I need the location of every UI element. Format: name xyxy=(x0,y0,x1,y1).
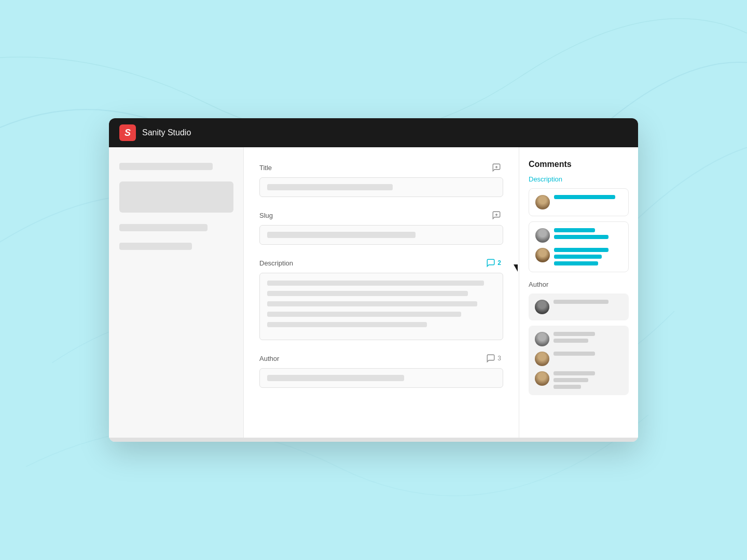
author-comment-card-2 xyxy=(529,326,629,395)
sidebar-skeleton-3 xyxy=(119,224,208,231)
comment-lines-author-4 xyxy=(554,371,622,389)
title-field-header: Title xyxy=(259,162,503,173)
comment-entry-1 xyxy=(535,195,622,209)
comment-line xyxy=(554,332,595,336)
comment-line xyxy=(554,228,595,232)
sidebar-skeleton-4 xyxy=(119,243,192,250)
slug-field-group: Slug xyxy=(259,209,503,245)
description-label: Description xyxy=(259,259,293,267)
comment-line xyxy=(554,339,588,343)
description-comment-card-2 xyxy=(529,221,629,272)
comment-icon-description xyxy=(486,258,495,268)
slug-field-header: Slug xyxy=(259,209,503,221)
comment-lines-2 xyxy=(554,228,622,239)
slug-add-comment-button[interactable] xyxy=(490,209,503,221)
comment-icon-author xyxy=(486,354,495,363)
comment-lines-author-3 xyxy=(554,352,622,356)
description-comment-card-1 xyxy=(529,188,629,216)
description-input[interactable] xyxy=(259,273,503,340)
form-panel: Title Slug xyxy=(244,147,519,438)
author-comment-button[interactable]: 3 xyxy=(484,353,503,364)
comment-entry-author-2 xyxy=(535,332,622,346)
sidebar-skeleton-2 xyxy=(119,181,233,213)
description-comment-section-label: Description xyxy=(529,175,629,183)
slug-label: Slug xyxy=(259,212,273,219)
avatar-3 xyxy=(535,248,550,262)
titlebar: S Sanity Studio xyxy=(109,118,638,147)
author-comment-section-label: Author xyxy=(529,281,629,288)
app-window: S Sanity Studio Title xyxy=(109,118,638,442)
sidebar-skeleton-1 xyxy=(119,163,213,170)
comment-line xyxy=(554,235,608,239)
comment-entry-author-4 xyxy=(535,371,622,389)
author-field-group: Author 3 xyxy=(259,353,503,388)
description-comment-count: 2 xyxy=(497,259,501,267)
slug-input[interactable] xyxy=(259,225,503,245)
app-title: Sanity Studio xyxy=(142,128,191,137)
author-input[interactable] xyxy=(259,368,503,388)
mouse-cursor xyxy=(514,264,518,272)
comment-lines-author-2 xyxy=(554,332,622,343)
comment-plus-icon xyxy=(492,163,501,172)
title-field-group: Title xyxy=(259,162,503,197)
comment-line xyxy=(554,261,598,265)
description-field-header: Description 2 xyxy=(259,257,503,269)
comment-line xyxy=(554,371,595,375)
title-label: Title xyxy=(259,164,272,172)
avatar-author-4 xyxy=(535,371,549,386)
comment-line xyxy=(554,352,595,356)
avatar-author-1 xyxy=(535,300,549,314)
app-logo: S xyxy=(119,124,136,141)
comment-line xyxy=(554,255,602,259)
author-comment-card-1 xyxy=(529,293,629,320)
avatar-author-3 xyxy=(535,352,549,366)
comment-line xyxy=(554,195,615,199)
comment-line xyxy=(554,300,608,304)
comment-line xyxy=(554,385,581,389)
comment-plus-icon-slug xyxy=(492,211,501,220)
author-comment-count: 3 xyxy=(497,355,501,362)
author-field-header: Author 3 xyxy=(259,353,503,364)
title-input[interactable] xyxy=(259,177,503,197)
comment-lines-1 xyxy=(554,195,622,199)
window-bottom-bar xyxy=(109,438,638,442)
author-label: Author xyxy=(259,355,279,362)
sidebar xyxy=(109,147,244,438)
comment-line xyxy=(554,378,588,382)
avatar-2 xyxy=(535,228,550,243)
comments-panel: Comments Description xyxy=(519,147,638,438)
title-add-comment-button[interactable] xyxy=(490,162,503,173)
comment-line xyxy=(554,248,608,252)
comment-entry-author-3 xyxy=(535,352,622,366)
comments-panel-title: Comments xyxy=(529,160,629,169)
avatar-author-2 xyxy=(535,332,549,346)
comment-entry-author-1 xyxy=(535,300,622,314)
avatar-1 xyxy=(535,195,550,209)
main-content: Title Slug xyxy=(109,147,638,438)
description-comment-button[interactable]: 2 xyxy=(484,257,503,269)
comment-lines-author-1 xyxy=(554,300,622,304)
description-field-group: Description 2 xyxy=(259,257,503,340)
comment-lines-3 xyxy=(554,248,622,265)
comment-entry-2 xyxy=(535,228,622,243)
author-comment-section-label-wrapper: Author xyxy=(529,281,629,288)
comment-entry-3 xyxy=(535,248,622,265)
